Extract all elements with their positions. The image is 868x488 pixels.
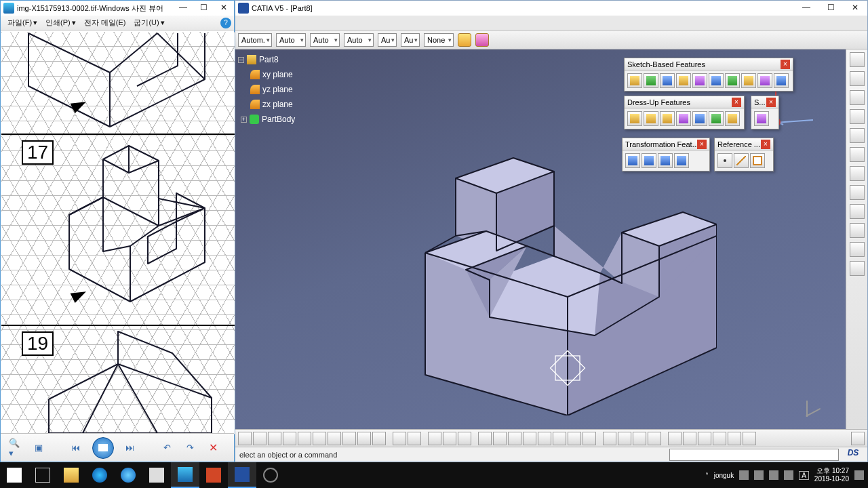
fit-button[interactable] bbox=[478, 432, 492, 445]
combo-autom[interactable]: Autom. bbox=[238, 33, 272, 47]
layers-button[interactable] bbox=[850, 185, 865, 200]
scale-button[interactable] bbox=[674, 153, 689, 168]
cut-button[interactable] bbox=[298, 432, 311, 445]
mirror-button[interactable] bbox=[642, 153, 656, 168]
groove-button[interactable] bbox=[676, 73, 691, 88]
command-input[interactable] bbox=[669, 449, 839, 461]
normal-button[interactable] bbox=[553, 432, 566, 445]
multiview-button[interactable] bbox=[568, 432, 581, 445]
fillet-button[interactable] bbox=[627, 111, 642, 126]
workbench-button[interactable] bbox=[850, 52, 865, 67]
panel-close-icon[interactable]: × bbox=[761, 140, 770, 149]
hide-button[interactable] bbox=[668, 432, 682, 445]
redo-button[interactable] bbox=[357, 432, 371, 445]
light-button[interactable] bbox=[713, 432, 726, 445]
snap-button[interactable] bbox=[850, 204, 865, 219]
hidden-button[interactable] bbox=[633, 432, 646, 445]
notifications-icon[interactable] bbox=[854, 470, 864, 480]
next-button[interactable]: ⏭ bbox=[123, 441, 137, 455]
ie-button[interactable] bbox=[114, 462, 142, 488]
paint-icon[interactable] bbox=[458, 33, 471, 47]
loft-button[interactable] bbox=[774, 73, 789, 88]
save-button[interactable] bbox=[268, 432, 281, 445]
shaft-button[interactable] bbox=[660, 73, 675, 88]
stiffener-button[interactable] bbox=[741, 73, 756, 88]
combo-auto-2[interactable]: Auto bbox=[276, 33, 306, 47]
render-button[interactable] bbox=[850, 128, 865, 143]
select-button[interactable] bbox=[850, 147, 865, 162]
axis-triad-icon[interactable] bbox=[806, 391, 832, 417]
combo-auto-6[interactable]: Au bbox=[401, 33, 420, 47]
menu-print[interactable]: 인쇄(P) ▾ bbox=[41, 18, 80, 28]
combo-none[interactable]: None bbox=[424, 33, 454, 47]
pocket-button[interactable] bbox=[644, 73, 658, 88]
paste-button[interactable] bbox=[328, 432, 341, 445]
chamfer-button[interactable] bbox=[644, 111, 658, 126]
dim-button[interactable] bbox=[850, 242, 865, 257]
extra1-button[interactable] bbox=[728, 432, 741, 445]
zoom-button[interactable]: 🔍▾ bbox=[9, 441, 22, 455]
catia-maximize-button[interactable]: ☐ bbox=[818, 1, 843, 15]
split-button[interactable] bbox=[754, 111, 769, 126]
rotate-button[interactable] bbox=[508, 432, 521, 445]
catia-task[interactable] bbox=[228, 462, 256, 488]
catia-menubar[interactable] bbox=[235, 16, 867, 30]
copy-button[interactable] bbox=[313, 432, 326, 445]
grid-button[interactable] bbox=[428, 432, 441, 445]
delete-button[interactable]: ✕ bbox=[206, 441, 220, 455]
catia-close-button[interactable]: ✕ bbox=[843, 1, 867, 15]
start-button[interactable] bbox=[0, 462, 28, 488]
line-button[interactable] bbox=[734, 153, 749, 168]
extra2-button[interactable] bbox=[743, 432, 756, 445]
bluetooth-icon[interactable] bbox=[739, 470, 749, 480]
help-icon[interactable]: ? bbox=[220, 18, 231, 28]
shell-button[interactable] bbox=[676, 111, 691, 126]
onedrive-icon[interactable] bbox=[754, 470, 764, 480]
chrome-task[interactable] bbox=[256, 462, 285, 488]
translate-button[interactable] bbox=[625, 153, 640, 168]
flag-button[interactable] bbox=[851, 432, 865, 445]
print-button[interactable] bbox=[283, 432, 296, 445]
clock[interactable]: 오후 10:27 2019-10-20 bbox=[814, 467, 849, 483]
tree-expand-icon[interactable]: – bbox=[238, 57, 244, 63]
multi-button[interactable] bbox=[757, 73, 772, 88]
view-button[interactable] bbox=[850, 90, 865, 105]
photoviewer-task[interactable] bbox=[171, 462, 199, 488]
menu-write[interactable]: 굽기(U) ▾ bbox=[130, 18, 168, 28]
fit-button[interactable]: ▣ bbox=[32, 441, 45, 455]
volume-icon[interactable] bbox=[784, 470, 793, 480]
taskview-button[interactable] bbox=[28, 462, 57, 488]
tree-xy[interactable]: xy plane bbox=[262, 70, 293, 79]
catia-minimize-button[interactable]: — bbox=[794, 1, 818, 15]
catia-viewport[interactable]: –Part8 xy plane yz plane zx plane +PartB… bbox=[235, 49, 846, 429]
pattern-button[interactable] bbox=[658, 153, 673, 168]
panel-close-icon[interactable]: × bbox=[781, 60, 790, 69]
combo-auto-5[interactable]: Au bbox=[378, 33, 397, 47]
draft-button[interactable] bbox=[660, 111, 675, 126]
rib-button[interactable] bbox=[709, 73, 724, 88]
panel-close-icon[interactable]: × bbox=[697, 140, 707, 149]
tree-root[interactable]: Part8 bbox=[259, 55, 279, 64]
network-icon[interactable] bbox=[769, 470, 778, 480]
edge-button[interactable] bbox=[85, 462, 114, 488]
powerpoint-task[interactable] bbox=[199, 462, 228, 488]
menu-mail[interactable]: 전자 메일(E) bbox=[80, 18, 130, 28]
thread-button[interactable] bbox=[709, 111, 724, 126]
tree-expand-icon[interactable]: + bbox=[241, 117, 247, 123]
whatsthis-button[interactable] bbox=[372, 432, 386, 445]
props-button[interactable] bbox=[698, 432, 711, 445]
open-button[interactable] bbox=[253, 432, 267, 445]
remove-button[interactable] bbox=[725, 111, 740, 126]
panel-close-icon[interactable]: × bbox=[766, 98, 776, 107]
combo-auto-3[interactable]: Auto bbox=[310, 33, 340, 47]
tree-button[interactable] bbox=[458, 432, 471, 445]
tray-expand-icon[interactable]: ˄ bbox=[705, 472, 709, 479]
rotate-right-button[interactable]: ↷ bbox=[183, 441, 197, 455]
tray-user[interactable]: jonguk bbox=[714, 472, 734, 479]
store-button[interactable] bbox=[142, 462, 171, 488]
maximize-button[interactable]: ☐ bbox=[193, 1, 214, 15]
pad-button[interactable] bbox=[627, 73, 642, 88]
new-button[interactable] bbox=[238, 432, 252, 445]
close-button[interactable]: ✕ bbox=[214, 1, 234, 15]
undo-button[interactable] bbox=[342, 432, 356, 445]
